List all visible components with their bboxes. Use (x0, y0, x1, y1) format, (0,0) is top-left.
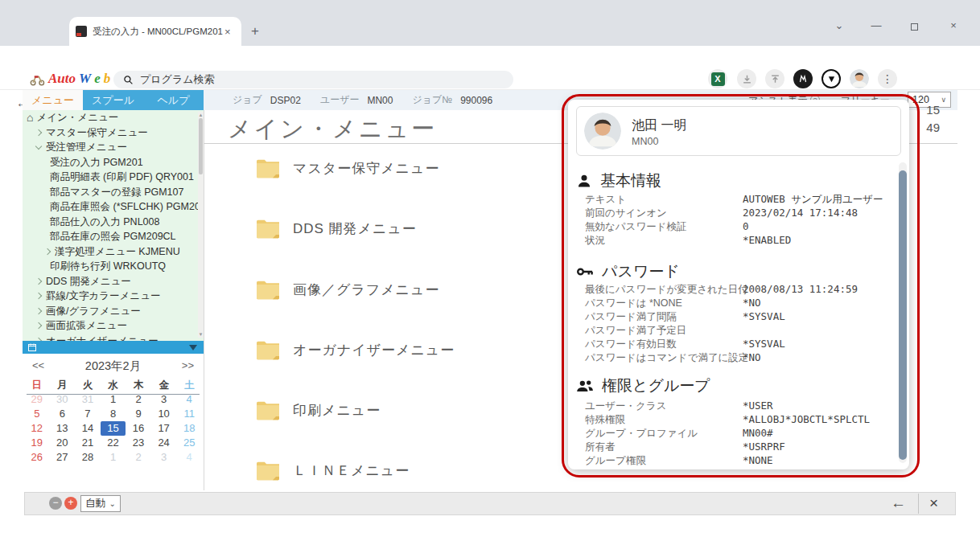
sidebar-tree-item[interactable]: 受注管理メニュー (23, 140, 204, 155)
calendar-day[interactable]: 7 (75, 407, 101, 421)
status-label: ジョブ (233, 93, 262, 107)
calendar-collapse-icon[interactable] (189, 345, 197, 350)
calendar-day[interactable]: 27 (50, 450, 76, 465)
sidebar-tree-item[interactable]: 印刷待ち行列 WRKOUTQ (23, 259, 204, 274)
calendar-day[interactable]: 3 (151, 450, 177, 465)
calendar-day[interactable]: 21 (75, 436, 101, 450)
excel-icon[interactable]: X (708, 69, 727, 88)
menu-folder-item[interactable]: 印刷メニュー (256, 400, 381, 420)
window-menu-button[interactable]: ⌄ (827, 19, 851, 31)
sidebar-tree-item[interactable]: 商品明細表 (印刷 PDF) QRY001 (23, 170, 204, 185)
chevron-collapsed-icon[interactable] (44, 248, 51, 255)
calendar-day[interactable]: 8 (101, 407, 126, 421)
messenger-icon[interactable] (793, 69, 813, 88)
window-close-button[interactable]: × (941, 19, 966, 31)
detail-label: ユーザー・クラス (585, 400, 666, 413)
sidebar-tree-item[interactable]: 画像/グラフメニュー (23, 304, 204, 319)
menu-folder-item[interactable]: マスター保守メニュー (256, 158, 439, 178)
detail-value: *NO (743, 297, 761, 309)
footer-back-button[interactable]: ← (891, 494, 906, 512)
calendar-day[interactable]: 24 (151, 436, 177, 450)
calendar-day-selected[interactable]: 15 (101, 421, 126, 436)
sidebar-tree-item[interactable]: ⌂メイン・メニュー (23, 110, 204, 125)
chevron-collapsed-icon[interactable] (35, 322, 42, 329)
status-value: 990096 (460, 95, 492, 106)
chevron-collapsed-icon[interactable] (35, 129, 42, 136)
calendar-day[interactable]: 19 (24, 436, 50, 450)
calendar-day[interactable]: 17 (151, 421, 177, 436)
chevron-collapsed-icon[interactable] (35, 278, 42, 285)
detail-value: *NO (743, 351, 761, 363)
calendar-icon (27, 342, 37, 352)
sidebar-tab-spool[interactable]: スプール (83, 90, 143, 110)
sidebar-tree-item[interactable]: オーガナイザーメニュー (23, 334, 204, 342)
footer-close-button[interactable]: × (929, 494, 938, 512)
menu-folder-item[interactable]: オーガナイザーメニュー (256, 339, 455, 360)
sidebar-tree-item[interactable]: 罫線/文字カラーメニュー (23, 289, 204, 304)
zoom-in-button[interactable]: + (64, 497, 77, 510)
program-search-input[interactable]: プログラム検索 (113, 71, 513, 88)
chevron-expanded-icon[interactable] (35, 143, 42, 150)
zoom-out-button[interactable]: − (49, 497, 62, 510)
sidebar-tree-item[interactable]: マスター保守メニュー (23, 125, 204, 141)
calendar-day[interactable]: 23 (126, 436, 151, 450)
new-tab-button[interactable]: + (251, 23, 259, 39)
calendar-day[interactable]: 5 (24, 407, 50, 421)
menu-folder-item[interactable]: 画像／グラフメニュー (256, 279, 439, 300)
calendar-day[interactable]: 6 (50, 407, 76, 421)
chevron-collapsed-icon[interactable] (35, 293, 42, 299)
browser-tab[interactable]: 受注の入力 - MN00CL/PGM201F × (69, 17, 241, 46)
window-minimize-button[interactable]: — (864, 19, 888, 31)
calendar-day[interactable]: 9 (126, 407, 151, 421)
calendar-day[interactable]: 4 (176, 450, 202, 465)
sidebar-scrollbar[interactable]: ▲ ▼ (198, 112, 204, 338)
sidebar-tree-item[interactable]: 商品在庫照会 (*SFLCHK) PGM203 (23, 199, 204, 215)
upload-icon[interactable] (765, 69, 784, 88)
calendar-day[interactable]: 20 (50, 436, 76, 450)
popup-section-heading: 権限とグループ (576, 375, 710, 396)
tab-close-icon[interactable]: × (224, 26, 231, 38)
sidebar-tree-item[interactable]: 画面拡張メニュー (23, 318, 204, 334)
status-label: ジョブ№ (412, 93, 452, 107)
calendar-day[interactable]: 16 (126, 421, 151, 436)
sidebar-tab-menu[interactable]: メニュー (23, 90, 83, 110)
menu-folder-item[interactable]: ＬＩＮＥメニュー (256, 460, 410, 481)
calendar-day[interactable]: 12 (24, 421, 50, 436)
autoweb-logo[interactable]: AutoWeb (29, 71, 110, 87)
calendar-day[interactable]: 11 (176, 407, 202, 421)
sidebar-tab-help[interactable]: ヘルプ (143, 90, 204, 110)
browser-tab-strip: 受注の入力 - MN00CL/PGM201F × + ⌄ — × (0, 0, 980, 46)
folder-icon (256, 400, 280, 420)
calendar-day[interactable]: 18 (176, 421, 202, 436)
calendar-day[interactable]: 25 (176, 436, 202, 450)
sidebar-tree-item[interactable]: 部品マスターの登録 PGM107 (23, 185, 204, 200)
detail-value: AUTOWEB サンプル用ユーザー (743, 193, 883, 207)
sidebar-tree-item[interactable]: 部品在庫の照会 PGM209CL (23, 229, 204, 244)
calendar-day[interactable]: 1 (101, 450, 126, 465)
calendar-header-bar[interactable] (23, 341, 204, 354)
calendar-day[interactable]: 22 (101, 436, 126, 450)
sidebar-tree-item[interactable]: 受注の入力 PGM201 (23, 155, 204, 170)
download-icon[interactable] (737, 69, 756, 88)
popup-scrollbar-thumb[interactable] (899, 170, 907, 460)
menu-dots-icon[interactable]: ⋮ (878, 69, 897, 88)
sidebar-tree-item[interactable]: DDS 開発メニュー (23, 274, 204, 289)
user-avatar[interactable] (850, 69, 869, 88)
calendar-next-button[interactable]: >> (182, 359, 194, 371)
calendar-day[interactable]: 28 (75, 450, 101, 465)
calendar-day[interactable]: 2 (126, 450, 151, 465)
sidebar-tree-item[interactable]: 部品仕入の入力 PNL008 (23, 215, 204, 230)
chevron-collapsed-icon[interactable] (35, 308, 42, 314)
calendar-day[interactable]: 10 (151, 407, 177, 421)
auto-select[interactable]: 自動⌄ (80, 495, 121, 512)
calendar-day[interactable]: 13 (50, 421, 76, 436)
calendar-day[interactable]: 14 (75, 421, 101, 436)
menu-folder-item[interactable]: DDS 開発メニュー (256, 218, 417, 239)
sidebar-tree-item[interactable]: 漢字処理メニュー KJMENU (23, 244, 204, 260)
window-maximize-button[interactable] (902, 21, 926, 33)
y-circle-icon[interactable] (821, 69, 841, 88)
detail-value: *SYSVAL (743, 338, 785, 350)
detail-label: パスワード有効日数 (585, 338, 677, 351)
calendar-day[interactable]: 26 (24, 450, 50, 465)
detail-label: グループ権限 (585, 454, 646, 468)
